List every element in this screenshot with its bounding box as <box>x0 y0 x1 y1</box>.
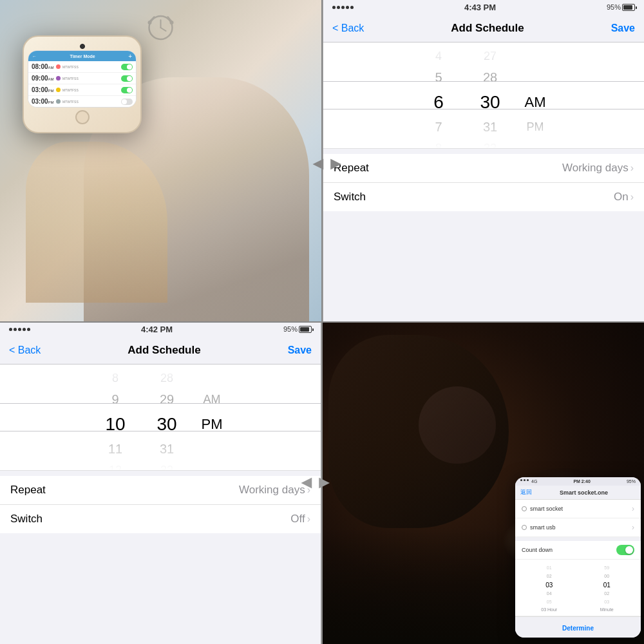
countdown-label: Count down <box>522 547 553 553</box>
overlay-title-label: Smart socket.one <box>532 489 636 496</box>
picker-item: 29 <box>160 389 174 410</box>
timer-days-2: MTWTFSS <box>62 77 119 80</box>
timer-days-3: MTWTFSS <box>62 88 119 92</box>
timer-dot-4 <box>56 99 61 104</box>
picker-item-selected: 30 <box>156 410 176 439</box>
add-schedule-title-top: Add Schedule <box>451 22 524 35</box>
repeat-value-top: Working days <box>562 162 629 175</box>
hour-column-bottom[interactable]: 8 9 10 11 12 <box>90 368 141 471</box>
timer-list: 08:00AM MTWTFSS 09:00AM MTWTFSS <box>28 61 136 107</box>
overlay-device-row-1[interactable]: smart socket › <box>515 500 641 518</box>
overlay-device-row-2[interactable]: smart usb › <box>515 518 641 537</box>
overlay-chinese-app: 4G PM 2:40 95% 返回 Smart socket.one smart… <box>515 477 641 638</box>
picker-item: 12 <box>109 460 122 471</box>
picker-item: 11 <box>108 439 122 460</box>
timer-days-4: MTWTFSS <box>62 100 119 104</box>
picker-item-selected: 30 <box>480 88 500 117</box>
picker-item-selected: AM <box>525 88 546 117</box>
overlay-mini-picker[interactable]: 01 02 03 04 05 03 Hour 59 00 01 02 <box>515 560 641 616</box>
determine-label: Determine <box>562 625 594 632</box>
ampm-column-bottom[interactable]: AM PM <box>193 368 231 471</box>
picker-item: 31 <box>483 117 497 138</box>
switch-row-bottom[interactable]: Switch Off › <box>0 505 321 533</box>
timer-row-1[interactable]: 08:00AM MTWTFSS <box>28 61 136 73</box>
phone-add-btn[interactable]: + <box>128 53 132 60</box>
phone-timer-mode-label: Timer Mode <box>70 54 95 59</box>
minute-column-bottom[interactable]: 28 29 30 31 32 <box>141 368 193 471</box>
back-button-top[interactable]: < Back <box>332 23 364 34</box>
repeat-row-top[interactable]: Repeat Working days › <box>323 154 644 183</box>
quadrant-bottom-left: 4:42 PM 95% < Back Add Schedule Save <box>0 322 322 644</box>
back-button-bottom[interactable]: < Back <box>9 345 41 356</box>
switch-value-top: On <box>614 191 629 204</box>
picker-item: 9 <box>111 389 118 410</box>
timer-dot-1 <box>56 64 61 69</box>
repeat-row-bottom[interactable]: Repeat Working days › <box>0 476 321 505</box>
vertical-divider <box>321 0 323 644</box>
svg-line-2 <box>161 28 166 31</box>
timer-toggle-3[interactable] <box>121 87 133 93</box>
switch-label-top: Switch <box>334 191 366 204</box>
picker-item: 32 <box>160 460 173 471</box>
picker-item: 7 <box>435 117 442 138</box>
save-button-top[interactable]: Save <box>611 23 635 34</box>
switch-row-top[interactable]: Switch On › <box>323 183 644 211</box>
picker-item: 8 <box>435 138 442 149</box>
overlay-device-2: smart usb <box>530 524 556 531</box>
timer-row-3[interactable]: 03:00PM MTWTFSS <box>28 84 136 96</box>
hour-column-top[interactable]: 4 5 6 7 8 <box>413 46 464 149</box>
ios-header-bottom: < Back Add Schedule Save <box>0 336 321 365</box>
svg-point-5 <box>148 21 152 24</box>
overlay-device-1: smart socket <box>530 506 563 512</box>
picker-item: 5 <box>435 67 442 88</box>
arrow-top-center: ◄ ► <box>309 155 345 173</box>
picker-item: 28 <box>483 67 497 88</box>
alarm-clock-icon <box>144 10 179 48</box>
quadrant-bottom-right: 4G PM 2:40 95% 返回 Smart socket.one smart… <box>322 322 644 644</box>
time-picker-top[interactable]: 4 5 6 7 8 27 28 30 31 32 <box>323 43 644 149</box>
battery-top: 95% <box>607 3 635 11</box>
timer-time-4: 03:00PM <box>32 98 54 105</box>
ampm-column-top[interactable]: AM PM <box>516 46 554 149</box>
settings-section-bottom: Repeat Working days › Switch Off › <box>0 476 321 533</box>
timer-toggle-2[interactable] <box>121 75 133 82</box>
timer-time-3: 03:00PM <box>32 86 54 93</box>
add-schedule-title-bottom: Add Schedule <box>128 344 200 357</box>
arrow-bottom-center: ◄ ► <box>298 473 333 491</box>
timer-toggle-1[interactable] <box>121 64 133 70</box>
determine-button[interactable]: Determine <box>515 616 641 638</box>
picker-item-selected: 6 <box>433 88 444 117</box>
signal-dots-bottom <box>9 328 30 331</box>
timer-dot-2 <box>56 76 61 80</box>
phone-device: ← Timer Mode + 08:00AM MTWTFSS <box>23 35 142 133</box>
picker-item: 31 <box>160 439 174 460</box>
status-bar-bottom: 4:42 PM 95% <box>0 322 321 336</box>
overlay-back-label[interactable]: 返回 <box>520 488 532 497</box>
ios-header-top: < Back Add Schedule Save <box>323 14 644 43</box>
status-time-bottom: 4:42 PM <box>141 325 173 334</box>
countdown-toggle[interactable] <box>616 545 634 555</box>
timer-toggle-4[interactable] <box>121 99 133 105</box>
timer-row-4[interactable]: 03:00PM MTWTFSS <box>28 96 136 107</box>
phone-status-back: ← <box>32 54 37 59</box>
picker-item-selected: 10 <box>105 410 125 439</box>
timer-dot-3 <box>56 88 61 92</box>
picker-item: 8 <box>112 368 118 389</box>
svg-point-6 <box>170 21 174 24</box>
picker-item: 28 <box>160 368 173 389</box>
quadrant-top-left: ← Timer Mode + 08:00AM MTWTFSS <box>0 0 322 322</box>
timer-time-1: 08:00AM <box>32 63 54 70</box>
countdown-toggle-row[interactable]: Count down <box>515 541 641 560</box>
minute-column-top[interactable]: 27 28 30 31 32 <box>464 46 516 149</box>
timer-time-2: 09:00AM <box>32 75 54 82</box>
save-button-bottom[interactable]: Save <box>288 345 312 356</box>
settings-section-top: Repeat Working days › Switch On › <box>323 154 644 211</box>
quadrant-top-right: 4:43 PM 95% < Back Add Schedule Save <box>322 0 644 322</box>
repeat-label-bottom: Repeat <box>10 484 46 497</box>
switch-label-bottom: Switch <box>10 513 43 526</box>
time-picker-bottom[interactable]: 8 9 10 11 12 28 29 30 31 32 AM <box>0 365 321 471</box>
timer-row-2[interactable]: 09:00AM MTWTFSS <box>28 73 136 84</box>
status-bar-top: 4:43 PM 95% <box>323 0 644 14</box>
repeat-chevron-top: › <box>630 162 634 174</box>
switch-chevron-bottom: › <box>307 513 310 525</box>
